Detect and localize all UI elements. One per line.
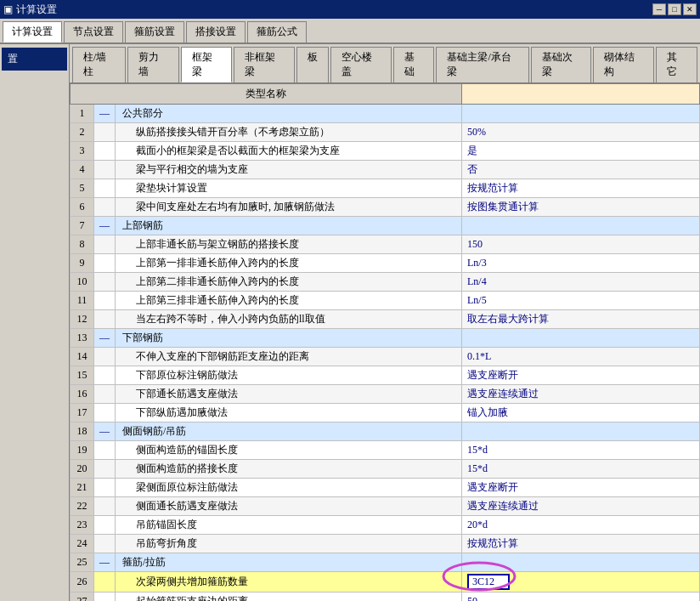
row-spacer — [94, 497, 116, 516]
row-spacer — [94, 385, 116, 404]
row-value[interactable]: 3C12 — [462, 572, 700, 592]
row-spacer — [94, 310, 116, 329]
tab-masonry[interactable]: 砌体结构 — [593, 47, 654, 82]
row-number: 3 — [71, 142, 94, 161]
window-title: 计算设置 — [16, 3, 57, 17]
row-spacer — [94, 535, 116, 553]
expand-icon[interactable]: — — [94, 105, 116, 123]
row-value: 遇支座断开 — [462, 479, 700, 497]
tab-hollow-floor[interactable]: 空心楼盖 — [330, 47, 392, 82]
row-number: 16 — [71, 385, 94, 404]
table-row: 7—上部钢筋 — [71, 217, 700, 235]
row-name: 下部通长筋遇支座做法 — [116, 385, 462, 404]
row-spacer — [94, 254, 116, 273]
row-name: 梁与平行相交的墙为支座 — [116, 161, 462, 179]
tab-lap-settings[interactable]: 搭接设置 — [186, 21, 246, 43]
table-row: 27起始箍筋距支座边的距离50 — [71, 592, 700, 602]
expand-icon[interactable]: — — [94, 553, 116, 572]
tab-other[interactable]: 其它 — [656, 47, 697, 82]
row-name: 梁中间支座处左右均有加腋时, 加腋钢筋做法 — [116, 198, 462, 217]
tab-non-frame-beam[interactable]: 非框架梁 — [234, 47, 295, 82]
row-number: 21 — [71, 479, 94, 497]
table-row: 8上部非通长筋与架立钢筋的搭接长度150 — [71, 235, 700, 254]
row-value: 按图集贯通计算 — [462, 198, 700, 217]
row-spacer — [94, 161, 116, 179]
section-name: 下部钢筋 — [116, 329, 462, 348]
row-spacer — [94, 516, 116, 535]
secondary-tab-bar: 柱/墙柱 剪力墙 框架梁 非框架梁 板 空心楼盖 基础 基础主梁/承台梁 基础次… — [70, 44, 700, 83]
row-spacer — [94, 235, 116, 254]
table-row: 10上部第二排非通长筋伸入跨内的长度Ln/4 — [71, 273, 700, 292]
row-number: 15 — [71, 366, 94, 385]
row-number: 7 — [71, 217, 94, 235]
row-spacer — [94, 479, 116, 497]
row-name: 起始箍筋距支座边的距离 — [116, 592, 462, 602]
tab-stirrup-settings[interactable]: 箍筋设置 — [125, 21, 184, 43]
row-number: 12 — [71, 310, 94, 329]
row-number: 26 — [71, 572, 94, 592]
section-value — [462, 422, 700, 441]
tab-stirrup-formula[interactable]: 箍筋公式 — [247, 21, 307, 43]
row-value: 按规范计算 — [462, 179, 700, 198]
minimize-button[interactable]: ─ — [652, 3, 666, 15]
table-row: 12当左右跨不等时，伸入小跨内负筋的ll取值取左右最大跨计算 — [71, 310, 700, 329]
tab-slab[interactable]: 板 — [296, 47, 329, 82]
row-name: 吊筋锚固长度 — [116, 516, 462, 535]
row-value: 锚入加腋 — [462, 404, 700, 422]
row-name: 梁垫块计算设置 — [116, 179, 462, 198]
row-name: 侧面通长筋遇支座做法 — [116, 497, 462, 516]
row-name: 吊筋弯折角度 — [116, 535, 462, 553]
expand-icon[interactable]: — — [94, 422, 116, 441]
sidebar-item-settings[interactable]: 置 — [2, 48, 67, 71]
row-name: 上部第二排非通长筋伸入跨内的长度 — [116, 273, 462, 292]
row-number: 13 — [71, 329, 94, 348]
tab-frame-beam[interactable]: 框架梁 — [181, 47, 232, 82]
tab-shear-wall[interactable]: 剪力墙 — [127, 47, 178, 82]
tab-column[interactable]: 柱/墙柱 — [72, 47, 126, 82]
row-name: 侧面构造筋的锚固长度 — [116, 441, 462, 460]
section-name: 箍筋/拉筋 — [116, 553, 462, 572]
row-value: 20*d — [462, 516, 700, 535]
tab-calc-settings[interactable]: 计算设置 — [3, 21, 62, 43]
section-value — [462, 553, 700, 572]
expand-icon[interactable]: — — [94, 217, 116, 235]
row-value: 150 — [462, 235, 700, 254]
row-value: 否 — [462, 161, 700, 179]
table-row: 22侧面通长筋遇支座做法遇支座连续通过 — [71, 497, 700, 516]
table-row: 4梁与平行相交的墙为支座否 — [71, 161, 700, 179]
row-value: 15*d — [462, 460, 700, 479]
tab-node-settings[interactable]: 节点设置 — [64, 21, 123, 43]
close-button[interactable]: ✕ — [683, 3, 697, 15]
row-number: 17 — [71, 404, 94, 422]
row-name: 次梁两侧共增加箍筋数量 — [116, 572, 462, 592]
tab-foundation[interactable]: 基础 — [393, 47, 435, 82]
main-area: 置 柱/墙柱 剪力墙 框架梁 非框架梁 板 空心楼盖 基础 基础主梁/承台梁 基… — [0, 44, 700, 601]
row-spacer — [94, 572, 116, 592]
row-number: 10 — [71, 273, 94, 292]
row-value: 50 — [462, 592, 700, 602]
row-spacer — [94, 273, 116, 292]
table-row: 23吊筋锚固长度20*d — [71, 516, 700, 535]
row-number: 23 — [71, 516, 94, 535]
row-name: 下部原位标注钢筋做法 — [116, 366, 462, 385]
tab-foundation-beam[interactable]: 基础主梁/承台梁 — [436, 47, 528, 82]
row-name: 侧面构造筋的搭接长度 — [116, 460, 462, 479]
table-row: 20侧面构造筋的搭接长度15*d — [71, 460, 700, 479]
app-icon: ▣ — [3, 3, 13, 16]
row-name: 不伸入支座的下部钢筋距支座边的距离 — [116, 348, 462, 366]
expand-icon[interactable]: — — [94, 329, 116, 348]
maximize-button[interactable]: □ — [668, 3, 681, 15]
tab-foundation-sub-beam[interactable]: 基础次梁 — [531, 47, 592, 82]
titlebar: ▣ 计算设置 ─ □ ✕ — [0, 0, 700, 19]
row-number: 18 — [71, 422, 94, 441]
row-number: 24 — [71, 535, 94, 553]
table-row: 21梁侧面原位标注筋做法遇支座断开 — [71, 479, 700, 497]
table-row: 19侧面构造筋的锚固长度15*d — [71, 441, 700, 460]
table-row: 17下部纵筋遇加腋做法锚入加腋 — [71, 404, 700, 422]
row-spacer — [94, 348, 116, 366]
table-row: 5梁垫块计算设置按规范计算 — [71, 179, 700, 198]
row-spacer — [94, 460, 116, 479]
row-value: 是 — [462, 142, 700, 161]
row-value: 0.1*L — [462, 348, 700, 366]
highlighted-value-input[interactable]: 3C12 — [467, 574, 510, 590]
